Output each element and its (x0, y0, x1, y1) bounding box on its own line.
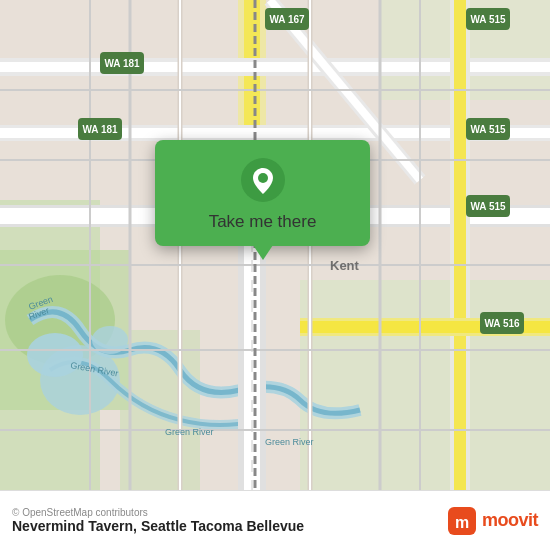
svg-text:Kent: Kent (330, 258, 360, 273)
svg-text:m: m (455, 514, 469, 531)
svg-text:WA 516: WA 516 (484, 318, 520, 329)
svg-text:WA 167: WA 167 (269, 14, 305, 25)
svg-text:WA 515: WA 515 (470, 201, 506, 212)
map-attribution: © OpenStreetMap contributors (12, 507, 304, 518)
svg-text:Green River: Green River (165, 427, 214, 437)
location-pin-icon (241, 158, 285, 202)
svg-text:Green River: Green River (265, 437, 314, 447)
popup-label: Take me there (209, 212, 317, 232)
take-me-there-popup[interactable]: Take me there (155, 140, 370, 246)
svg-text:WA 515: WA 515 (470, 124, 506, 135)
svg-text:WA 181: WA 181 (104, 58, 140, 69)
map-container: WA 167 WA 515 WA 181 WA 181 WA 515 WA 51… (0, 0, 550, 490)
bottom-bar: © OpenStreetMap contributors Nevermind T… (0, 490, 550, 550)
svg-rect-22 (454, 0, 466, 490)
location-name: Nevermind Tavern, Seattle Tacoma Bellevu… (12, 518, 304, 534)
svg-text:WA 181: WA 181 (82, 124, 118, 135)
moovit-text: moovit (482, 510, 538, 531)
bottom-left-info: © OpenStreetMap contributors Nevermind T… (12, 507, 304, 534)
svg-text:WA 515: WA 515 (470, 14, 506, 25)
moovit-m-icon: m (448, 507, 476, 535)
svg-rect-6 (300, 280, 550, 490)
moovit-logo: m moovit (448, 507, 538, 535)
svg-point-62 (258, 173, 268, 183)
